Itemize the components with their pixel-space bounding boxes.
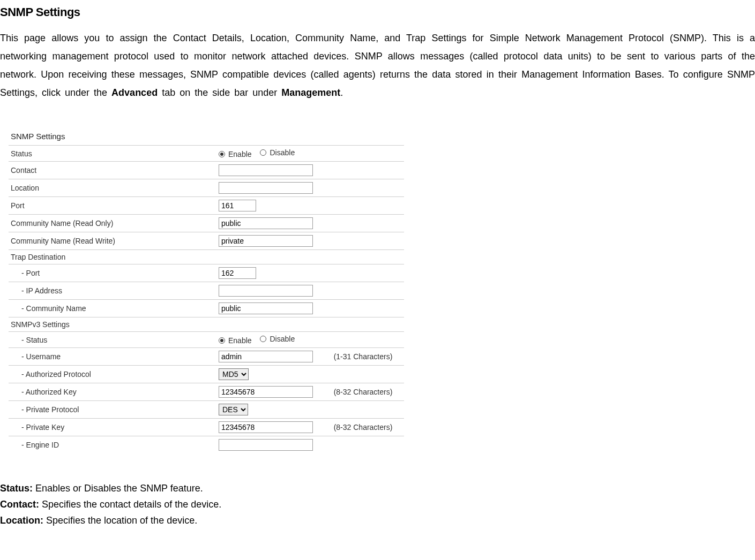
intro-bold-advanced: Advanced (111, 87, 158, 98)
port-input[interactable] (219, 200, 256, 211)
row-v3-header: SNMPv3 Settings (9, 317, 404, 332)
row-trap-community: - Community Name (9, 300, 404, 317)
location-input[interactable] (219, 182, 313, 194)
v3-status-label: - Status (9, 332, 216, 348)
community-rw-label: Community Name (Read Write) (9, 232, 216, 250)
trap-community-input[interactable] (219, 302, 313, 314)
v3-authproto-label: - Authorized Protocol (9, 366, 216, 383)
definition-contact: Contact: Specifies the contact details o… (0, 496, 755, 512)
row-port: Port (9, 197, 404, 215)
row-community-ro: Community Name (Read Only) (9, 215, 404, 232)
community-ro-input[interactable] (219, 217, 313, 229)
trap-ip-input[interactable] (219, 285, 313, 297)
trap-header-label: Trap Destination (9, 250, 404, 264)
v3-engine-label: - Engine ID (9, 436, 216, 454)
snmp-settings-panel: SNMP Settings Status Enable Disable Cont… (9, 128, 404, 453)
community-ro-label: Community Name (Read Only) (9, 215, 216, 232)
status-label: Status (9, 146, 216, 162)
definition-location-desc: Specifies the location of the device. (43, 515, 197, 526)
trap-community-label: - Community Name (9, 300, 216, 317)
row-v3-engine: - Engine ID (9, 436, 404, 454)
row-community-rw: Community Name (Read Write) (9, 232, 404, 250)
status-disable-label: Disable (270, 148, 295, 157)
v3-username-input[interactable] (219, 351, 313, 362)
row-trap-header: Trap Destination (9, 250, 404, 264)
trap-port-label: - Port (9, 264, 216, 282)
definition-status: Status: Enables or Disables the SNMP fea… (0, 480, 755, 496)
community-rw-input[interactable] (219, 235, 313, 247)
v3-privkey-input[interactable] (219, 421, 313, 433)
row-location: Location (9, 179, 404, 197)
definition-location-term: Location: (0, 515, 43, 526)
v3-username-label: - Username (9, 348, 216, 366)
row-v3-privkey: - Private Key (8-32 Characters) (9, 419, 404, 436)
trap-ip-label: - IP Address (9, 282, 216, 300)
definition-status-desc: Enables or Disables the SNMP feature. (33, 483, 203, 494)
trap-port-input[interactable] (219, 267, 256, 279)
row-trap-port: - Port (9, 264, 404, 282)
definition-contact-term: Contact: (0, 499, 39, 510)
v3-status-enable-label: Enable (228, 336, 252, 345)
radio-unchecked-icon (260, 149, 266, 156)
contact-label: Contact (9, 162, 216, 179)
panel-title: SNMP Settings (9, 128, 404, 145)
definition-location: Location: Specifies the location of the … (0, 512, 755, 528)
row-v3-authproto: - Authorized Protocol MD5 (9, 366, 404, 383)
row-v3-username: - Username (1-31 Characters) (9, 348, 404, 366)
radio-checked-icon (219, 151, 225, 157)
radio-checked-icon (219, 337, 225, 344)
v3-authproto-select[interactable]: MD5 (219, 368, 249, 380)
port-label: Port (9, 197, 216, 215)
status-enable-label: Enable (228, 150, 252, 158)
definitions: Status: Enables or Disables the SNMP fea… (0, 480, 755, 528)
intro-bold-management: Management (281, 87, 340, 98)
contact-input[interactable] (219, 164, 313, 176)
row-v3-authkey: - Authorized Key (8-32 Characters) (9, 383, 404, 401)
intro-text-2: tab on the side bar under (158, 87, 281, 98)
location-label: Location (9, 179, 216, 197)
v3-status-enable-radio[interactable]: Enable (219, 336, 252, 345)
page-title: SNMP Settings (0, 5, 755, 19)
v3-privproto-select[interactable]: DES (219, 404, 248, 415)
status-enable-radio[interactable]: Enable (219, 150, 252, 158)
row-v3-privproto: - Private Protocol DES (9, 401, 404, 419)
v3-authkey-label: - Authorized Key (9, 383, 216, 401)
intro-text-3: . (340, 87, 343, 98)
definition-status-term: Status: (0, 483, 33, 494)
radio-unchecked-icon (260, 336, 266, 342)
row-trap-ip: - IP Address (9, 282, 404, 300)
settings-table: Status Enable Disable Contact Location (9, 145, 404, 453)
v3-status-disable-radio[interactable]: Disable (260, 335, 295, 343)
row-status: Status Enable Disable (9, 146, 404, 162)
v3-header-label: SNMPv3 Settings (9, 317, 404, 332)
definition-contact-desc: Specifies the contact details of the dev… (39, 499, 221, 510)
v3-engine-input[interactable] (219, 439, 313, 451)
row-v3-status: - Status Enable Disable (9, 332, 404, 348)
row-contact: Contact (9, 162, 404, 179)
status-disable-radio[interactable]: Disable (260, 148, 295, 157)
v3-username-hint: (1-31 Characters) (330, 348, 404, 366)
v3-privkey-label: - Private Key (9, 419, 216, 436)
v3-privproto-label: - Private Protocol (9, 401, 216, 419)
intro-paragraph: This page allows you to assign the Conta… (0, 29, 755, 102)
v3-authkey-hint: (8-32 Characters) (330, 383, 404, 401)
v3-authkey-input[interactable] (219, 386, 313, 398)
v3-privkey-hint: (8-32 Characters) (330, 419, 404, 436)
v3-status-disable-label: Disable (270, 335, 295, 343)
